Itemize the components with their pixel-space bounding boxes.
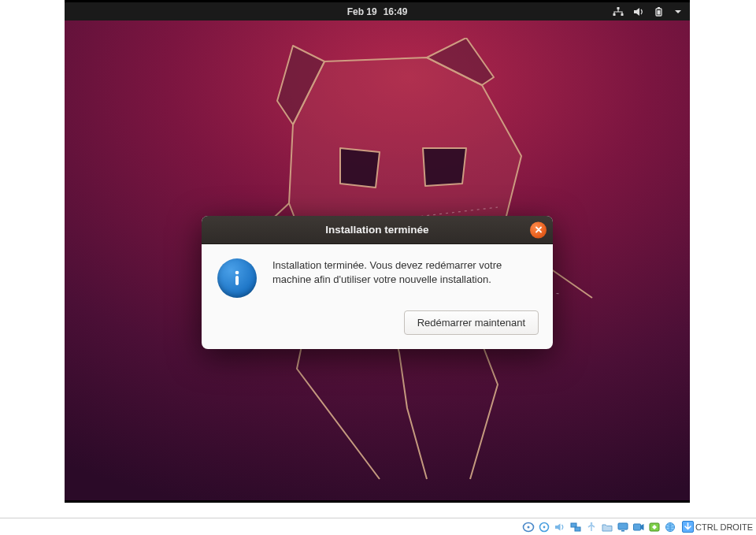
time-label: 16:49 [384,6,408,17]
dialog-titlebar[interactable]: Installation terminée [202,216,553,244]
info-icon [217,258,257,298]
vb-shared-folder-icon[interactable] [600,521,614,533]
vb-usb-icon[interactable] [584,521,598,533]
svg-rect-18 [575,527,580,531]
close-button[interactable] [530,221,547,238]
clock[interactable]: Feb 19 16:49 [347,6,408,17]
svg-rect-5 [617,7,620,9]
virtualbox-status-bar: CTRL DROITE [0,518,756,535]
gnome-top-bar: Feb 19 16:49 [65,2,690,20]
close-icon [535,226,543,234]
vb-optical-icon[interactable] [537,521,551,533]
page-gutter-right [690,0,756,518]
vb-hostkey-indicator[interactable]: CTRL DROITE [682,521,753,533]
ubuntu-desktop: Feb 19 16:49 Installatio [65,2,690,500]
svg-rect-22 [634,524,641,530]
battery-icon [654,7,665,17]
svg-point-14 [528,526,530,528]
svg-rect-6 [613,13,616,16]
chevron-down-icon [674,8,682,16]
vb-audio-icon[interactable] [553,521,567,533]
vb-network-icon[interactable] [569,521,583,533]
dialog-actions: Redémarrer maintenant [202,310,553,349]
system-tray[interactable] [613,7,682,17]
network-icon [613,7,624,17]
svg-rect-9 [658,7,660,9]
svg-point-19 [591,522,593,524]
svg-point-16 [543,526,546,528]
hostkey-label: CTRL DROITE [695,522,753,532]
dialog-message: Installation terminée. Vous devez redéma… [272,258,537,286]
svg-point-11 [235,271,239,275]
vb-display-icon[interactable] [616,521,630,533]
svg-rect-21 [621,530,624,532]
restart-now-button[interactable]: Redémarrer maintenant [404,310,539,335]
page-gutter-left [0,0,65,518]
svg-marker-3 [340,148,380,188]
vb-harddisk-icon[interactable] [521,521,536,533]
svg-rect-12 [235,276,239,285]
vb-recording-icon[interactable] [632,521,646,533]
vb-guest-additions-icon[interactable] [647,521,662,533]
vb-mouse-integration-icon[interactable] [663,521,677,533]
svg-rect-20 [618,523,628,529]
installation-complete-dialog: Installation terminée Installation termi… [202,216,553,349]
svg-rect-10 [658,10,661,15]
svg-rect-17 [571,523,576,527]
svg-marker-4 [423,148,466,186]
vm-screen: Feb 19 16:49 Installatio [65,0,690,503]
date-label: Feb 19 [347,6,377,17]
dialog-body: Installation terminée. Vous devez redéma… [202,244,553,310]
arrow-down-icon [682,521,694,533]
svg-rect-7 [621,13,624,16]
volume-icon [633,7,644,17]
dialog-title-text: Installation terminée [325,224,428,236]
